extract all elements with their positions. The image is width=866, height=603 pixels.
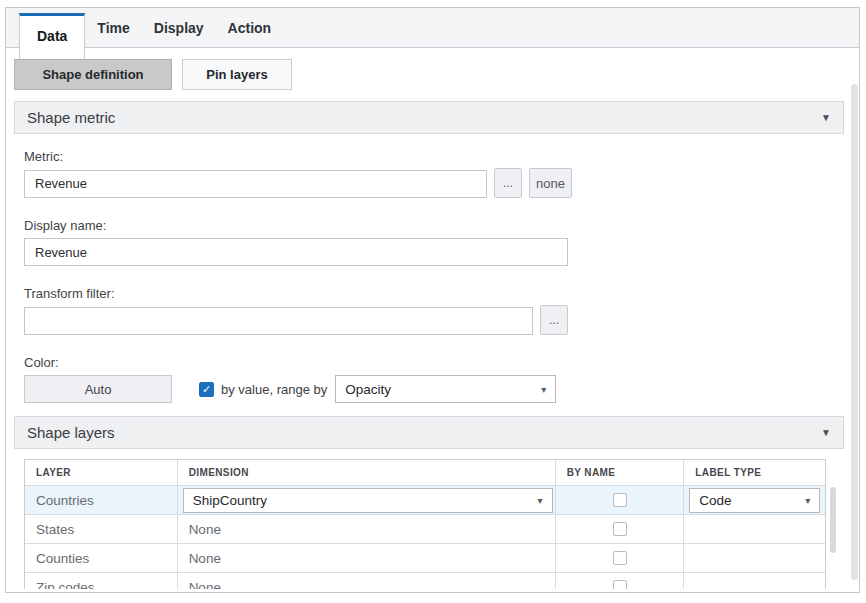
table-row-counties[interactable]: Counties None	[25, 544, 825, 573]
transform-filter-input[interactable]	[24, 307, 533, 335]
mode-button-row: Shape definition Pin layers	[14, 59, 859, 90]
pin-layers-button[interactable]: Pin layers	[182, 59, 292, 90]
properties-panel: Data Time Display Action Shape definitio…	[5, 7, 860, 593]
tab-content: Shape definition Pin layers Shape metric…	[6, 59, 859, 589]
collapse-arrow-icon[interactable]: ▼	[821, 112, 831, 123]
column-header-dimension: DIMENSION	[178, 460, 556, 485]
metric-row: ... none	[24, 169, 859, 198]
column-header-label-type: LABEL TYPE	[684, 460, 825, 485]
column-header-layer: LAYER	[25, 460, 178, 485]
transform-browse-button[interactable]: ...	[540, 305, 568, 335]
display-name-label: Display name:	[24, 218, 859, 233]
shape-layers-section-header[interactable]: Shape layers ▼	[14, 416, 844, 449]
color-row: Auto ✓ by value, range by Opacity ▾	[24, 375, 859, 403]
color-label: Color:	[24, 355, 859, 370]
metric-none-button[interactable]: none	[529, 168, 572, 198]
shape-metric-section-header[interactable]: Shape metric ▼	[14, 101, 844, 134]
by-name-checkbox[interactable]	[613, 551, 627, 565]
table-row-zip-codes[interactable]: Zip codes None	[25, 573, 825, 589]
shape-definition-button[interactable]: Shape definition	[14, 59, 172, 90]
by-value-checkbox[interactable]: ✓	[199, 382, 214, 397]
dimension-value: None	[189, 580, 221, 590]
dropdown-arrow-icon: ▾	[805, 495, 810, 506]
by-name-checkbox[interactable]	[613, 493, 627, 507]
page-scrollbar[interactable]	[851, 84, 858, 580]
dropdown-arrow-icon: ▾	[541, 384, 546, 395]
dimension-select[interactable]: ShipCountry ▾	[183, 488, 553, 513]
transform-filter-label: Transform filter:	[24, 286, 859, 301]
display-name-input[interactable]	[24, 238, 568, 266]
label-type-select[interactable]: Code ▾	[689, 488, 820, 513]
metric-label: Metric:	[24, 149, 859, 164]
layer-name: Zip codes	[36, 580, 95, 590]
by-name-checkbox[interactable]	[613, 522, 627, 536]
metric-browse-button[interactable]: ...	[494, 168, 522, 198]
metric-input[interactable]	[24, 170, 487, 198]
table-scrollbar[interactable]	[830, 487, 836, 553]
shape-layers-title: Shape layers	[27, 424, 115, 441]
layer-name: States	[36, 522, 74, 537]
dropdown-arrow-icon: ▾	[538, 495, 543, 506]
tab-action[interactable]: Action	[216, 8, 284, 48]
display-name-row	[24, 238, 859, 266]
tab-display[interactable]: Display	[142, 8, 216, 48]
range-by-select[interactable]: Opacity ▾	[335, 375, 556, 403]
dimension-value: None	[189, 522, 221, 537]
table-row-states[interactable]: States None	[25, 515, 825, 544]
by-value-label: by value, range by	[221, 382, 327, 397]
transform-filter-row: ...	[24, 306, 859, 335]
collapse-arrow-icon[interactable]: ▼	[821, 427, 831, 438]
color-auto-button[interactable]: Auto	[24, 375, 172, 403]
tab-data[interactable]: Data	[19, 13, 85, 59]
table-header-row: LAYER DIMENSION BY NAME LABEL TYPE	[25, 460, 825, 486]
range-by-value: Opacity	[345, 382, 391, 397]
screen: Data Time Display Action Shape definitio…	[0, 0, 866, 603]
tab-strip: Data Time Display Action	[6, 8, 859, 48]
layer-name: Countries	[36, 493, 94, 508]
by-name-checkbox[interactable]	[613, 580, 627, 589]
shape-metric-title: Shape metric	[27, 109, 115, 126]
shape-layers-table: LAYER DIMENSION BY NAME LABEL TYPE Count…	[24, 459, 826, 589]
table-row-countries[interactable]: Countries ShipCountry ▾ Code ▾	[25, 486, 825, 515]
layer-name: Counties	[36, 551, 89, 566]
label-type-value: Code	[699, 493, 731, 508]
dimension-value: None	[189, 551, 221, 566]
column-header-by-name: BY NAME	[556, 460, 685, 485]
tab-time[interactable]: Time	[85, 8, 141, 48]
dimension-value: ShipCountry	[193, 493, 267, 508]
